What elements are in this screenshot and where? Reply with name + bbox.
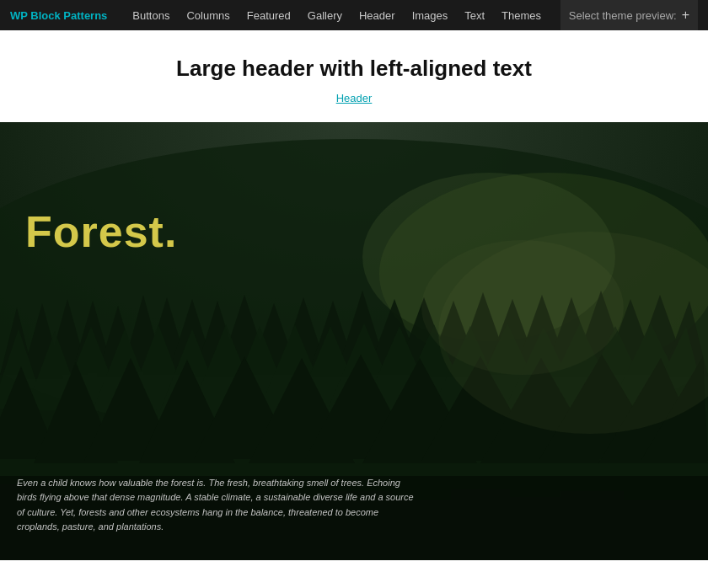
navbar: WP Block Patterns Buttons Columns Featur… [0, 0, 708, 30]
forest-title: Forest. [25, 206, 177, 257]
page-title: Large header with left-aligned text [17, 56, 691, 82]
forest-description: Even a child knows how valuable the fore… [17, 476, 421, 535]
svg-rect-73 [502, 497, 569, 560]
svg-rect-75 [615, 500, 708, 560]
nav-images[interactable]: Images [404, 0, 457, 30]
forest-section: Forest. Even a child knows how valuable … [0, 122, 708, 560]
svg-point-77 [421, 240, 624, 375]
nav-themes[interactable]: Themes [493, 0, 550, 30]
nav-buttons[interactable]: Buttons [124, 0, 178, 30]
nav-header[interactable]: Header [351, 0, 404, 30]
nav-links: Buttons Columns Featured Gallery Header … [124, 0, 560, 30]
nav-featured[interactable]: Featured [239, 0, 299, 30]
header-tag-link[interactable]: Header [336, 92, 373, 104]
select-theme-label: Select theme preview: [569, 9, 677, 22]
theme-selector[interactable]: Select theme preview: + [560, 0, 698, 30]
nav-gallery[interactable]: Gallery [299, 0, 351, 30]
svg-rect-74 [560, 491, 624, 560]
brand-logo[interactable]: WP Block Patterns [10, 9, 107, 22]
plus-icon: + [682, 8, 689, 23]
nav-text[interactable]: Text [456, 0, 493, 30]
header-section: Large header with left-aligned text Head… [0, 30, 708, 122]
nav-columns[interactable]: Columns [178, 0, 238, 30]
svg-rect-72 [451, 489, 510, 560]
